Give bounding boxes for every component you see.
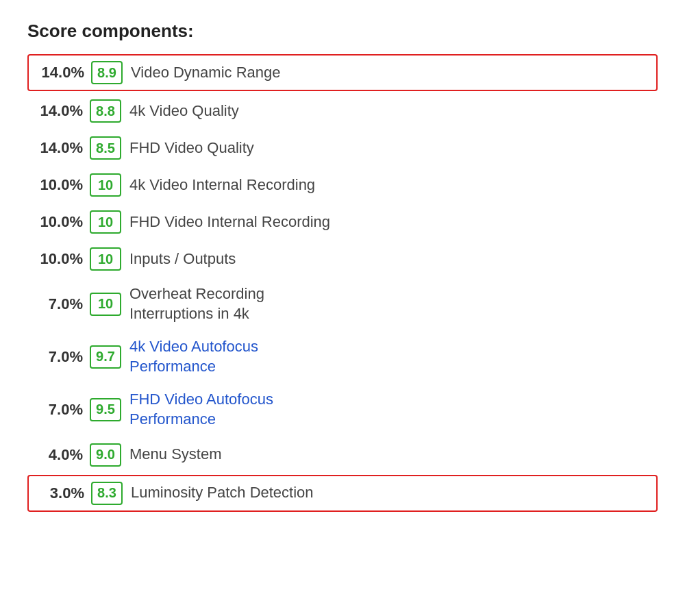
score-components-section: Score components: 14.0%8.9Video Dynamic … xyxy=(27,21,658,515)
score-percent-fhd-video-quality: 14.0% xyxy=(32,139,83,157)
score-badge-4k-autofocus: 9.7 xyxy=(90,345,121,369)
score-percent-fhd-internal-recording: 10.0% xyxy=(32,213,83,231)
score-badge-4k-video-quality: 8.8 xyxy=(90,99,121,123)
score-percent-4k-internal-recording: 10.0% xyxy=(32,176,83,194)
score-row-fhd-internal-recording: 10.0%10FHD Video Internal Recording xyxy=(27,205,658,239)
score-percent-luminosity-patch: 3.0% xyxy=(33,484,84,502)
score-percent-4k-video-quality: 14.0% xyxy=(32,102,83,120)
score-badge-inputs-outputs: 10 xyxy=(90,247,121,271)
score-label-overheat-recording: Overheat RecordingInterruptions in 4k xyxy=(129,284,264,323)
score-label-video-dynamic-range: Video Dynamic Range xyxy=(131,63,281,83)
score-badge-fhd-autofocus: 9.5 xyxy=(90,398,121,421)
score-badge-4k-internal-recording: 10 xyxy=(90,173,121,197)
score-label-fhd-autofocus: FHD Video AutofocusPerformance xyxy=(129,390,273,429)
score-row-video-dynamic-range: 14.0%8.9Video Dynamic Range xyxy=(27,54,658,91)
score-label-menu-system: Menu System xyxy=(129,445,222,465)
score-label-4k-internal-recording: 4k Video Internal Recording xyxy=(129,175,315,195)
score-badge-luminosity-patch: 8.3 xyxy=(91,482,123,505)
score-badge-fhd-internal-recording: 10 xyxy=(90,210,121,234)
rows-container: 14.0%8.9Video Dynamic Range14.0%8.84k Vi… xyxy=(27,54,658,512)
score-label-4k-video-quality: 4k Video Quality xyxy=(129,101,239,121)
score-row-inputs-outputs: 10.0%10Inputs / Outputs xyxy=(27,242,658,276)
score-row-4k-internal-recording: 10.0%104k Video Internal Recording xyxy=(27,168,658,202)
score-row-4k-video-quality: 14.0%8.84k Video Quality xyxy=(27,94,658,128)
score-percent-4k-autofocus: 7.0% xyxy=(32,348,83,366)
score-row-menu-system: 4.0%9.0Menu System xyxy=(27,438,658,472)
section-title: Score components: xyxy=(27,21,658,42)
score-percent-inputs-outputs: 10.0% xyxy=(32,250,83,268)
score-row-fhd-video-quality: 14.0%8.5FHD Video Quality xyxy=(27,131,658,165)
score-badge-menu-system: 9.0 xyxy=(90,443,121,467)
score-label-4k-autofocus: 4k Video AutofocusPerformance xyxy=(129,337,258,376)
score-label-luminosity-patch: Luminosity Patch Detection xyxy=(131,483,314,503)
score-row-fhd-autofocus: 7.0%9.5FHD Video AutofocusPerformance xyxy=(27,384,658,434)
score-label-fhd-video-quality: FHD Video Quality xyxy=(129,138,254,158)
score-percent-video-dynamic-range: 14.0% xyxy=(33,64,84,82)
score-percent-fhd-autofocus: 7.0% xyxy=(32,401,83,419)
score-row-luminosity-patch: 3.0%8.3Luminosity Patch Detection xyxy=(27,475,658,512)
score-label-inputs-outputs: Inputs / Outputs xyxy=(129,249,236,269)
score-badge-overheat-recording: 10 xyxy=(90,293,121,316)
score-badge-video-dynamic-range: 8.9 xyxy=(91,61,123,84)
score-badge-fhd-video-quality: 8.5 xyxy=(90,136,121,160)
score-row-overheat-recording: 7.0%10Overheat RecordingInterruptions in… xyxy=(27,279,658,329)
score-label-fhd-internal-recording: FHD Video Internal Recording xyxy=(129,212,330,232)
score-percent-overheat-recording: 7.0% xyxy=(32,295,83,313)
score-row-4k-autofocus: 7.0%9.74k Video AutofocusPerformance xyxy=(27,332,658,382)
score-percent-menu-system: 4.0% xyxy=(32,446,83,464)
